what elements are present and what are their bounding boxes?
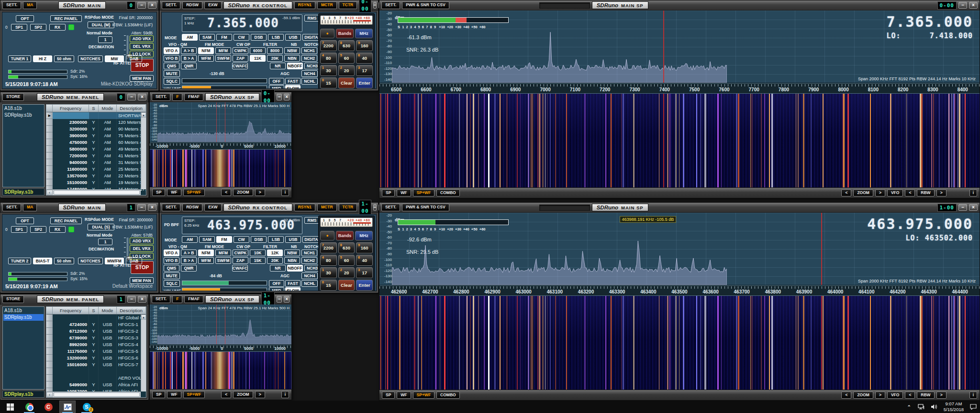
- rsyn1-button[interactable]: RSYN1: [294, 204, 315, 211]
- frequency-scale[interactable]: 4626004627004628004629004630004631004632…: [379, 285, 980, 296]
- rx-option-button[interactable]: CWPK: [233, 250, 248, 256]
- band-key[interactable]: 317: [356, 65, 373, 76]
- mw-notch-button[interactable]: MW: [105, 55, 124, 62]
- squelch-slider[interactable]: [182, 281, 267, 285]
- mode-button[interactable]: LSB: [268, 34, 284, 41]
- nchl-button[interactable]: NCHL: [301, 280, 318, 287]
- rx-option-button[interactable]: NFM: [198, 250, 214, 256]
- rx-option-button[interactable]: CWAFC: [232, 63, 248, 69]
- settings-button[interactable]: SETT.: [381, 204, 400, 211]
- rbw-up-button[interactable]: >: [936, 189, 947, 196]
- mhz-button[interactable]: MHz: [355, 29, 373, 38]
- display-mode-button[interactable]: SP+WF: [183, 391, 205, 398]
- band-key[interactable]: 480: [320, 53, 337, 64]
- rx-option-button[interactable]: NR: [270, 63, 286, 69]
- memory-table[interactable]: Frequency S Mode Description ▶ SHORTWAVE…: [46, 104, 146, 196]
- memory-row[interactable]: 5499000 Y USB Africa AFI: [46, 381, 146, 388]
- tuned-frequency-cursor[interactable]: [663, 11, 664, 83]
- rx-option-button[interactable]: NBN: [284, 257, 300, 264]
- horizontal-scrollbar[interactable]: ‹: [46, 391, 141, 397]
- pwr-snr-csv-button[interactable]: PWR & SNR TO CSV: [402, 204, 449, 211]
- info-button[interactable]: i: [281, 391, 289, 398]
- display-mode-button[interactable]: WF: [167, 189, 181, 196]
- zoom-out-button[interactable]: <: [841, 189, 851, 196]
- action-center-icon[interactable]: [969, 401, 978, 413]
- vfo-button[interactable]: VFO: [887, 391, 903, 399]
- sqlc-button[interactable]: SQLC: [164, 78, 180, 85]
- tuner-select-button[interactable]: TUNER 1: [8, 55, 31, 62]
- rx-option-button[interactable]: NBW: [284, 47, 300, 54]
- vfo-button[interactable]: VFO: [887, 189, 903, 196]
- band-key[interactable]: 015: [320, 77, 337, 88]
- clear-key[interactable]: Clear: [338, 280, 355, 291]
- display-mode-button[interactable]: WF: [397, 391, 411, 399]
- rx-option-button[interactable]: QMR: [181, 265, 197, 272]
- aux-waterfall-display[interactable]: [150, 150, 291, 187]
- mem-titlebar[interactable]: STORE SDRuno MEM. PANEL 0 – ×: [0, 92, 148, 102]
- rx-option-button[interactable]: CWPK: [233, 47, 248, 54]
- mem-titlebar[interactable]: STORE SDRuno MEM. PANEL 1 – ×: [0, 294, 148, 304]
- memory-row[interactable]: 9400000 Y AM 31 Meters 9.400-9.900: [46, 159, 146, 166]
- rms-button[interactable]: RMS: [304, 15, 320, 22]
- rx-option-button[interactable]: WFM: [198, 55, 214, 62]
- tctr-button[interactable]: TCTR: [339, 204, 357, 211]
- bank-file-item[interactable]: A18.s1b: [3, 105, 44, 112]
- mhz-button[interactable]: MHz: [355, 231, 373, 240]
- network-icon[interactable]: [917, 401, 926, 413]
- ccleaner-taskbar-icon[interactable]: C: [40, 401, 56, 413]
- rx-option-button[interactable]: NBW: [284, 250, 300, 256]
- decimation-value[interactable]: 1: [98, 36, 112, 43]
- band-key[interactable]: 72200: [320, 40, 337, 51]
- rec-panel-button[interactable]: REC PANEL: [50, 15, 82, 22]
- spectrum-display[interactable]: -20-30-40-50-60-70-80-90-100-110-120-130…: [379, 213, 980, 285]
- mute-button[interactable]: MUTE: [164, 272, 180, 279]
- rx-option-button[interactable]: 8000: [267, 47, 283, 54]
- notches-button[interactable]: NOTCHES: [78, 55, 103, 62]
- memory-row[interactable]: 2300000 Y AM 120 Meters 2.300-2.495: [46, 119, 146, 126]
- zoom-in-button[interactable]: >: [875, 189, 885, 196]
- mode-button[interactable]: FM: [216, 34, 232, 41]
- spectrum-display[interactable]: -20-30-40-50-60-70-80-90-100-110-120-130…: [379, 11, 980, 83]
- display-mode-button[interactable]: WF: [397, 189, 411, 196]
- chrome-taskbar-icon[interactable]: [21, 401, 37, 413]
- memory-row[interactable]: AERO VOLMET: [46, 375, 146, 381]
- frequency-scale[interactable]: 6500660067006800690070007100720073007400…: [379, 83, 980, 94]
- rx-button[interactable]: RX: [49, 24, 66, 31]
- skype-taskbar-icon[interactable]: S 2: [78, 401, 95, 413]
- rx-option-button[interactable]: 10K: [250, 250, 266, 256]
- settings-button[interactable]: SETT.: [2, 1, 21, 9]
- notches-button[interactable]: NOTCHES: [78, 258, 103, 264]
- rx-option-button[interactable]: ZAP: [233, 257, 248, 264]
- bands-button[interactable]: Bands: [336, 231, 354, 240]
- info-button[interactable]: i: [969, 391, 977, 399]
- rx-option-button[interactable]: MFM: [215, 47, 231, 54]
- tuned-frequency-cursor[interactable]: [821, 213, 822, 285]
- rdsw-button[interactable]: RDSW: [182, 204, 202, 211]
- sp2-button[interactable]: SP2: [30, 24, 46, 31]
- info-button[interactable]: i: [281, 189, 289, 196]
- agc-slow-button[interactable]: SLOW: [285, 287, 301, 291]
- rx-option-button[interactable]: 20K: [267, 257, 283, 264]
- settings-button[interactable]: SETT.: [162, 204, 180, 211]
- zoom-out-button[interactable]: <: [221, 391, 231, 398]
- band-key[interactable]: 220: [338, 267, 355, 278]
- close-button[interactable]: ×: [138, 94, 146, 100]
- tuner-select-button[interactable]: TUNER 2: [8, 258, 31, 264]
- rx-option-button[interactable]: VFO A: [164, 250, 179, 256]
- memory-row[interactable]: 11175000 Y USB HFGCS-5: [46, 348, 146, 355]
- rx-option-button[interactable]: 15K: [250, 257, 266, 264]
- waterfall-display[interactable]: [379, 296, 980, 390]
- add-vrx-button[interactable]: ADD VRX: [130, 35, 154, 42]
- mctr-button[interactable]: MCTR: [317, 1, 337, 9]
- mode-button[interactable]: USB: [285, 236, 301, 243]
- bank-file-item[interactable]: SDRplay.s1b: [3, 314, 44, 321]
- ohm-input-button[interactable]: 50 ohm: [54, 258, 74, 264]
- rx-option-button[interactable]: SWFM: [215, 55, 231, 62]
- rx-option-button[interactable]: SWFM: [215, 257, 231, 264]
- rx-option-button[interactable]: VFO A: [164, 47, 179, 54]
- memory-row[interactable]: 8992000 Y USB HFGCS-4: [46, 341, 146, 348]
- band-key[interactable]: 015: [320, 280, 337, 291]
- mode-button[interactable]: CW: [234, 236, 249, 243]
- mem-pan-button[interactable]: MEM PAN: [130, 277, 154, 284]
- rx-titlebar[interactable]: SETT. RDSW EXW SDRuno RX CONTROL RSYN1 M…: [160, 203, 378, 213]
